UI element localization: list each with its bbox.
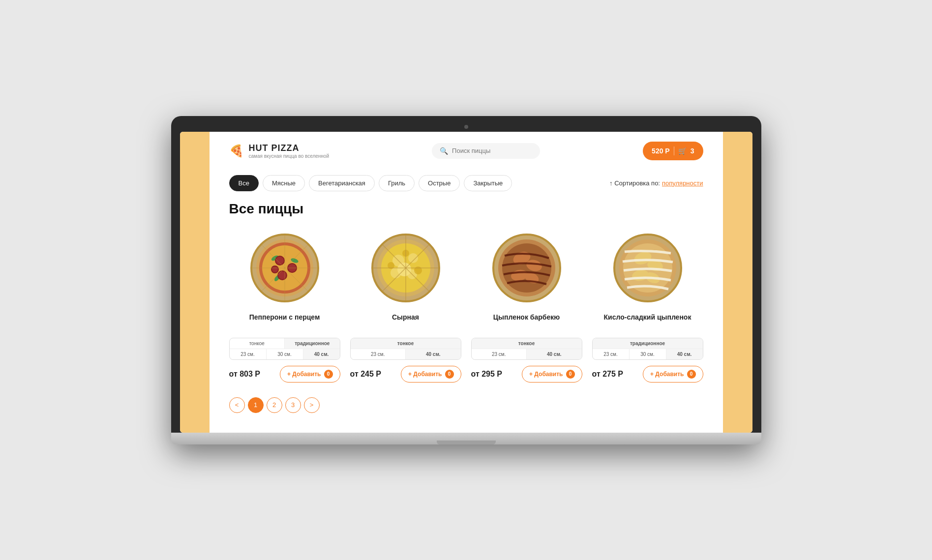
price-row-4: от 275 Р + Добавить 0 [592,366,703,383]
filter-tab-all[interactable]: Все [229,175,259,191]
bbq-pizza-svg [490,231,564,305]
size-23-3[interactable]: 23 см. [472,349,527,359]
size-row-type-1: тонкое традиционное [230,338,340,349]
add-label-2: + Добавить [408,371,442,378]
add-badge-1: 0 [324,370,333,379]
pizza-name-4: Кисло-сладкий цыпленок [592,313,703,331]
size-row-type-4: традиционное [593,338,703,349]
add-button-2[interactable]: + Добавить 0 [401,366,461,383]
add-label-1: + Добавить [287,371,321,378]
laptop-frame: 🍕 HUT PIZZA самая вкусная пицца во вселе… [171,116,761,444]
price-row-3: от 295 Р + Добавить 0 [471,366,582,383]
filter-tabs: Все Мясные Вегетарианская Гриль Острые З… [229,175,512,191]
price-4: от 275 Р [592,370,623,379]
cart-count: 3 [691,147,694,155]
filter-tab-meat[interactable]: Мясные [263,175,305,191]
pizza-card-1: Пепперони с перцем тонкое традиционное 2… [229,229,340,383]
size-40-3[interactable]: 40 см. [527,349,582,359]
logo-area: 🍕 HUT PIZZA самая вкусная пицца во вселе… [229,143,330,159]
price-3: от 295 Р [471,370,502,379]
add-label-4: + Добавить [650,371,684,378]
add-button-1[interactable]: + Добавить 0 [280,366,340,383]
pizza-name-2: Сырная [350,313,461,331]
size-23-4[interactable]: 23 см. [593,349,630,359]
pizza-image-3[interactable] [471,229,582,307]
svg-point-36 [502,243,551,293]
price-1: от 803 Р [229,370,260,379]
cart-divider [674,147,674,155]
size-row-cm-3: 23 см. 40 см. [472,349,582,359]
size-row-cm-1: 23 см. 30 см. 40 см. [230,349,340,359]
left-panel [180,132,210,433]
svg-point-23 [408,253,418,263]
main-content: 🍕 HUT PIZZA самая вкусная пицца во вселе… [210,132,723,433]
pizza-name-1: Пепперони с перцем [229,313,340,331]
pizza-card-2: Сырная тонкое 23 см. 40 см. от 245 Р [350,229,461,383]
logo-icon: 🍕 [229,144,244,158]
page-3[interactable]: 3 [285,397,301,413]
screen-content: 🍕 HUT PIZZA самая вкусная пицца во вселе… [180,132,752,433]
size-40-2[interactable]: 40 см. [406,349,461,359]
cheese-pizza-svg [369,231,443,305]
size-30-4[interactable]: 30 см. [630,349,666,359]
size-23-1[interactable]: 23 см. [230,349,267,359]
size-thin-1[interactable]: тонкое [230,338,285,349]
filter-tab-closed[interactable]: Закрытые [464,175,512,191]
add-badge-3: 0 [566,370,575,379]
search-bar[interactable]: 🔍 [432,143,540,159]
page-2[interactable]: 2 [267,397,282,413]
camera [464,125,468,129]
filter-tab-veg[interactable]: Вегетарианская [309,175,375,191]
size-thin-2[interactable]: тонкое [351,338,461,349]
price-row-1: от 803 Р + Добавить 0 [229,366,340,383]
pizza-card-4: Кисло-сладкий цыпленок традиционное 23 с… [592,229,703,383]
add-badge-2: 0 [445,370,454,379]
pizza-image-1[interactable] [229,229,340,307]
size-traditional-4[interactable]: традиционное [593,338,703,349]
tagline: самая вкусная пицца во вселенной [249,153,330,159]
pizza-card-3: Цыпленок барбекю тонкое 23 см. 40 см. о [471,229,582,383]
sort-area: ↑ Сортировка по: популярности [609,179,703,187]
page-1[interactable]: 1 [248,397,264,413]
size-traditional-1[interactable]: традиционное [285,338,340,349]
filter-tab-grill[interactable]: Гриль [379,175,415,191]
add-button-4[interactable]: + Добавить 0 [643,366,703,383]
size-thin-3[interactable]: тонкое [472,338,582,349]
section-title: Все пиццы [229,201,703,217]
size-row-type-2: тонкое [351,338,461,349]
search-input[interactable] [452,147,532,154]
size-30-1[interactable]: 30 см. [267,349,303,359]
add-label-3: + Добавить [529,371,563,378]
size-selector-3: тонкое 23 см. 40 см. [471,338,582,360]
brand-name: HUT PIZZA [249,143,330,153]
filter-bar: Все Мясные Вегетарианская Гриль Острые З… [229,170,703,201]
pagination: < 1 2 3 > [229,397,703,423]
search-icon: 🔍 [440,147,448,155]
size-40-1[interactable]: 40 см. [303,349,340,359]
size-row-cm-4: 23 см. 30 см. 40 см. [593,349,703,359]
logo-text-block: HUT PIZZA самая вкусная пицца во вселенн… [249,143,330,159]
price-row-2: от 245 Р + Добавить 0 [350,366,461,383]
size-selector-2: тонкое 23 см. 40 см. [350,338,461,360]
add-button-3[interactable]: + Добавить 0 [522,366,582,383]
pizza-name-3: Цыпленок барбекю [471,313,582,331]
right-panel [723,132,752,433]
svg-point-14 [272,266,278,272]
sort-label: ↑ Сортировка по: [609,179,660,187]
svg-point-12 [278,271,286,279]
screen: 🍕 HUT PIZZA самая вкусная пицца во вселе… [180,132,752,433]
size-40-4[interactable]: 40 см. [666,349,703,359]
page-next[interactable]: > [304,397,320,413]
page-prev[interactable]: < [229,397,245,413]
pizza-image-4[interactable] [592,229,703,307]
sort-value[interactable]: популярности [662,179,703,187]
cart-button[interactable]: 520 Р 🛒 3 [643,142,703,160]
cart-price: 520 Р [652,147,670,155]
pepperoni-pizza-svg [248,231,322,305]
filter-tab-spicy[interactable]: Острые [419,175,460,191]
size-row-type-3: тонкое [472,338,582,349]
add-badge-4: 0 [687,370,696,379]
size-23-2[interactable]: 23 см. [351,349,406,359]
size-selector-1: тонкое традиционное 23 см. 30 см. 40 см. [229,338,340,360]
pizza-image-2[interactable] [350,229,461,307]
